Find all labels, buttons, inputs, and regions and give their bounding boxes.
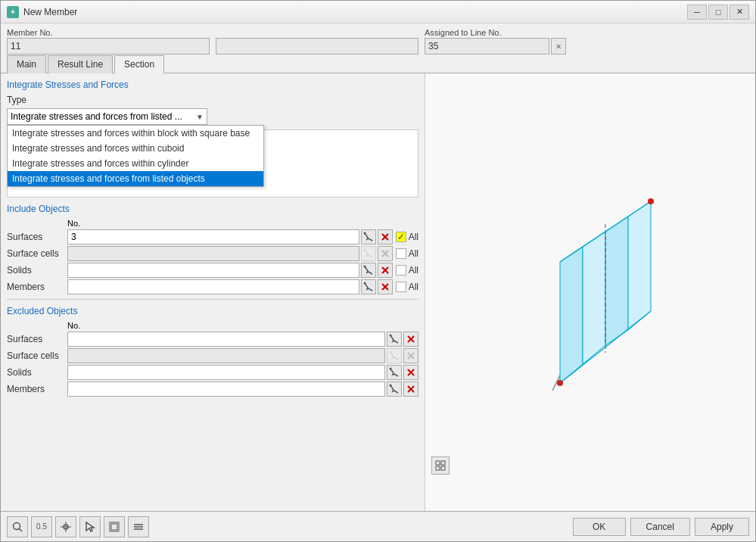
ok-button[interactable]: OK	[573, 518, 626, 536]
pick-icon-ex-solids	[389, 367, 400, 378]
pick-icon-disabled	[363, 248, 374, 259]
dropdown-item-0[interactable]: Integrate stresses and forces within blo…	[8, 126, 263, 141]
svg-point-33	[648, 198, 654, 204]
include-solids-all-label: All	[409, 265, 418, 276]
pick-icon-ex-surfaces	[389, 334, 400, 344]
excluded-surface-cells-label: Surface cells	[7, 350, 67, 361]
include-objects-title: Include Objects	[7, 204, 418, 216]
include-surfaces-all: ✓ All	[396, 232, 418, 242]
svg-point-21	[390, 385, 392, 387]
dropdown-arrow-icon: ▼	[196, 113, 204, 121]
dropdown-item-2[interactable]: Integrate stresses and forces within cyl…	[8, 156, 263, 171]
svg-rect-35	[441, 461, 445, 465]
toolbar-select-btn[interactable]	[79, 516, 101, 537]
include-members-input[interactable]	[67, 279, 359, 294]
excluded-members-clear-btn[interactable]	[403, 382, 418, 397]
tab-result-line[interactable]: Result Line	[48, 55, 113, 73]
window-icon: +	[7, 6, 19, 18]
close-button[interactable]: ✕	[730, 5, 749, 20]
include-members-row: Members	[7, 279, 418, 294]
pick-icon-solids	[363, 265, 374, 276]
tab-section[interactable]: Section	[114, 55, 164, 73]
clear-icon-members	[381, 282, 390, 291]
canvas-area	[425, 73, 755, 511]
apply-button[interactable]: Apply	[695, 518, 749, 536]
clear-icon-ex-members	[406, 385, 415, 394]
type-dropdown[interactable]: Integrate stresses and forces from liste…	[7, 108, 207, 125]
member-no-input[interactable]	[7, 38, 210, 55]
excluded-solids-clear-btn[interactable]	[403, 365, 418, 380]
excluded-solids-row: Solids	[7, 365, 418, 380]
excluded-members-input[interactable]	[67, 382, 385, 397]
include-surfaces-pick-btn[interactable]	[361, 229, 376, 245]
clear-icon-solids	[381, 266, 390, 275]
dropdown-item-3[interactable]: Integrate stresses and forces from liste…	[8, 171, 263, 186]
include-members-all-checkbox[interactable]	[396, 282, 406, 292]
top-fields-row: Member No. Assigned to Line No. ✕	[1, 23, 755, 55]
excluded-members-pick-btn[interactable]	[387, 382, 402, 397]
excluded-members-label: Members	[7, 384, 67, 394]
excluded-solids-pick-btn[interactable]	[387, 365, 402, 380]
include-surface-cells-all-label: All	[409, 248, 418, 259]
assigned-label: Assigned to Line No.	[425, 28, 566, 37]
include-members-clear-btn[interactable]	[378, 279, 393, 294]
nodes-icon	[60, 521, 72, 533]
include-surfaces-clear-btn[interactable]	[378, 229, 393, 245]
member-no-label: Member No.	[7, 28, 210, 37]
include-solids-row: Solids	[7, 263, 418, 278]
toolbar-nodes-btn[interactable]	[55, 516, 76, 537]
minimize-button[interactable]: ─	[687, 5, 707, 20]
canvas-bottom-bar	[431, 456, 450, 475]
assigned-pick-button[interactable]: ✕	[551, 38, 566, 55]
toolbar-number-btn[interactable]: 0.5	[31, 516, 52, 537]
pick-icon-ex-sc	[389, 350, 400, 361]
toolbar-filter-btn[interactable]	[104, 516, 125, 537]
include-members-pick-btn[interactable]	[361, 279, 376, 294]
canvas-tool-btn[interactable]	[431, 456, 450, 475]
tab-main[interactable]: Main	[7, 55, 46, 73]
svg-point-32	[557, 380, 563, 386]
include-solids-clear-btn[interactable]	[378, 263, 393, 278]
cancel-button[interactable]: Cancel	[630, 518, 690, 536]
include-surfaces-all-checkbox[interactable]: ✓	[396, 232, 406, 242]
excluded-solids-label: Solids	[7, 367, 67, 378]
title-bar-left: + New Member	[7, 6, 77, 18]
pick-icon-members	[363, 282, 374, 292]
clear-icon	[381, 232, 390, 241]
excluded-surface-cells-pick-btn	[387, 348, 402, 363]
include-surface-cells-all-checkbox[interactable]	[396, 248, 406, 259]
type-dropdown-menu: Integrate stresses and forces within blo…	[7, 125, 264, 187]
assigned-input[interactable]	[425, 38, 549, 55]
section-content: Integrate Stresses and Forces Type Integ…	[1, 73, 425, 511]
pick-icon-ex-members	[389, 384, 400, 394]
svg-rect-45	[111, 524, 117, 530]
include-col-header: No.	[7, 219, 418, 228]
include-surfaces-input[interactable]	[67, 229, 359, 245]
include-members-label: Members	[7, 282, 67, 292]
include-solids-label: Solids	[7, 265, 67, 276]
type-dropdown-value: Integrate stresses and forces from liste…	[11, 111, 182, 122]
clear-icon-disabled	[381, 249, 390, 258]
title-bar: + New Member ─ □ ✕	[1, 1, 755, 23]
dropdown-item-1[interactable]: Integrate stresses and forces within cub…	[8, 141, 263, 156]
include-solids-input[interactable]	[67, 263, 359, 278]
svg-point-12	[390, 335, 392, 337]
filter-icon	[108, 521, 120, 533]
excluded-surface-cells-clear-btn	[403, 348, 418, 363]
toolbar-left: 0.5	[7, 516, 149, 537]
excluded-surfaces-pick-btn[interactable]	[387, 332, 402, 347]
maximize-button[interactable]: □	[708, 5, 728, 20]
include-solids-pick-btn[interactable]	[361, 263, 376, 278]
number-icon: 0.5	[36, 522, 47, 531]
toolbar-search-btn[interactable]	[7, 516, 28, 537]
excluded-col-header: No.	[7, 321, 418, 330]
svg-marker-25	[560, 247, 583, 383]
excluded-solids-input[interactable]	[67, 365, 385, 380]
excluded-surfaces-label: Surfaces	[7, 334, 67, 344]
include-surface-cells-all: All	[396, 248, 418, 259]
member-name-input[interactable]	[216, 38, 418, 55]
excluded-surfaces-clear-btn[interactable]	[403, 332, 418, 347]
excluded-surfaces-input[interactable]	[67, 332, 385, 347]
toolbar-table-btn[interactable]	[128, 516, 149, 537]
include-solids-all-checkbox[interactable]	[396, 265, 406, 276]
